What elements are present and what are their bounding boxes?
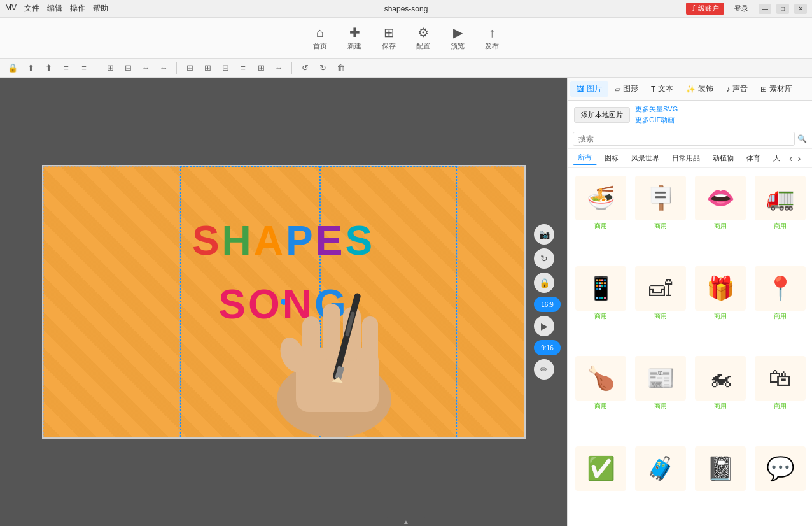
align-center-icon[interactable]: ⬆ (41, 60, 56, 76)
shape-tab-label: 图形 (623, 83, 638, 94)
align-top-icon[interactable]: ⬆ (23, 60, 38, 76)
main-toolbar: ⌂ 首页 ✚ 新建 ⊞ 保存 ⚙ 配置 ▶ 预览 ↑ 发布 (0, 18, 812, 59)
cat-daily[interactable]: 日常用品 (667, 152, 705, 164)
crop-icon[interactable]: ⊞ (182, 60, 197, 76)
cat-landscape[interactable]: 风景世界 (626, 152, 664, 164)
label-3: 3(自定义) (458, 165, 497, 166)
flip-icon[interactable]: ↔ (138, 60, 153, 76)
shape-tab-icon: ▱ (615, 85, 620, 94)
collapse-timeline-button[interactable]: ▲ (387, 516, 425, 526)
sub-toolbar: 🔒 ⬆ ⬆ ≡ ≡ ⊞ ⊟ ↔ ↔ ⊞ ⊞ ⊟ ≡ ⊞ ↔ ↺ ↻ 🗑 (0, 59, 812, 78)
menu-mv[interactable]: MV (5, 3, 17, 14)
close-button[interactable]: ✕ (794, 4, 807, 14)
tab-decor[interactable]: ✨ 装饰 (680, 81, 720, 97)
menu-file[interactable]: 文件 (24, 3, 39, 14)
move-forward-icon[interactable]: ↔ (271, 60, 286, 76)
panel-tabs: 🖼 图片 ▱ 图形 T 文本 ✨ 装饰 ♪ 声音 ⊞ 素材库 (568, 78, 812, 101)
canvas-wrapper: 默认 1(自定义) 2(自定义) 3(自定义) SHAPES S (0, 78, 567, 526)
toolbar-save[interactable]: ⊞ 保存 (382, 25, 396, 51)
align-left-icon[interactable]: ≡ (59, 60, 74, 76)
image-item-bubble[interactable]: 💬 (752, 444, 808, 522)
canvas[interactable]: 默认 1(自定义) 2(自定义) 3(自定义) SHAPES S (42, 165, 526, 439)
login-button[interactable]: 登录 (729, 3, 753, 15)
moto-label: 商用 (714, 402, 727, 411)
image-item-lips[interactable]: 👄 商用 (692, 173, 748, 260)
tab-shape[interactable]: ▱ 图形 (608, 81, 645, 97)
text-icon[interactable]: ≡ (235, 60, 251, 76)
letter-h: H (222, 218, 254, 264)
maximize-button[interactable]: □ (776, 4, 789, 14)
image-item-chicken[interactable]: 🍗 商用 (573, 353, 629, 440)
tab-sound[interactable]: ♪ 声音 (720, 81, 754, 97)
toolbar-home[interactable]: ⌂ 首页 (313, 25, 327, 51)
lips-label: 商用 (714, 222, 727, 231)
anim-icon[interactable]: ⊞ (253, 60, 269, 76)
cat-nature[interactable]: 动植物 (708, 152, 739, 164)
brush-button[interactable]: ✏ (534, 359, 554, 380)
toolbar-publish[interactable]: ↑ 发布 (485, 25, 499, 51)
decor-tab-icon: ✨ (686, 85, 696, 94)
cat-people[interactable]: 人 (768, 152, 785, 164)
expand-right-button[interactable]: ▶ (534, 316, 554, 336)
distribute-h-icon[interactable]: ⊞ (102, 60, 118, 76)
sound-tab-icon: ♪ (726, 85, 730, 94)
cat-next-icon[interactable]: › (796, 153, 802, 164)
camera-button[interactable]: 📷 (534, 224, 554, 245)
toolbar-preview[interactable]: ▶ 预览 (451, 25, 465, 51)
menu-action[interactable]: 操作 (70, 3, 85, 14)
image-item-sign[interactable]: 🪧 商用 (633, 173, 689, 260)
menu-help[interactable]: 帮助 (93, 3, 108, 14)
toolbar-config-label: 配置 (416, 41, 430, 51)
cat-all[interactable]: 所有 (573, 152, 597, 165)
delete-icon[interactable]: 🗑 (333, 60, 348, 76)
upgrade-button[interactable]: 升级账户 (686, 3, 724, 15)
more-gif-link[interactable]: 更多GIF动画 (635, 115, 678, 125)
tab-assets[interactable]: ⊞ 素材库 (754, 81, 799, 97)
image-item-sofa[interactable]: 🛋 商用 (633, 264, 689, 350)
minimize-button[interactable]: — (759, 4, 771, 14)
image-item-notebook[interactable]: 📓 (692, 444, 748, 522)
label-default: 默认 (44, 165, 69, 166)
search-input[interactable] (573, 132, 795, 146)
distribute-v-icon[interactable]: ⊟ (120, 60, 136, 76)
rotate-icon[interactable]: ↔ (156, 60, 171, 76)
menu-edit[interactable]: 编辑 (47, 3, 62, 14)
gift-thumb: 🎁 (695, 266, 746, 311)
divider-3 (291, 62, 292, 74)
rotate-canvas-button[interactable]: ↻ (534, 248, 554, 269)
tab-text[interactable]: T 文本 (645, 81, 680, 97)
image-item-moto[interactable]: 🏍 商用 (692, 353, 748, 440)
more-svg-link[interactable]: 更多矢量SVG (635, 104, 678, 114)
image-item-phone[interactable]: 📱 商用 (573, 264, 629, 350)
noodles-thumb: 🍜 (575, 176, 626, 220)
image-item-luggage[interactable]: 🧳 (633, 444, 689, 522)
image-item-bag[interactable]: 🛍 商用 (752, 353, 808, 440)
align-right-icon[interactable]: ≡ (76, 60, 92, 76)
image-item-gift[interactable]: 🎁 商用 (692, 264, 748, 350)
letter-s: S (192, 218, 222, 264)
add-local-button[interactable]: 添加本地图片 (574, 107, 630, 123)
cat-icon[interactable]: 图标 (599, 152, 624, 164)
divider-2 (176, 62, 177, 74)
image-item-noodles[interactable]: 🍜 商用 (573, 173, 629, 260)
lock-canvas-button[interactable]: 🔒 (534, 273, 554, 293)
toolbar-config[interactable]: ⚙ 配置 (416, 25, 430, 51)
cat-prev-icon[interactable]: ‹ (788, 153, 794, 164)
chicken-thumb: 🍗 (575, 356, 626, 401)
toolbar-new[interactable]: ✚ 新建 (347, 25, 361, 51)
mask-icon[interactable]: ⊞ (200, 60, 215, 76)
image-item-truck[interactable]: 🚛 商用 (752, 173, 808, 260)
ratio-16-9-button[interactable]: 16:9 (534, 297, 561, 312)
effects-icon[interactable]: ⊟ (218, 60, 233, 76)
save-icon: ⊞ (384, 25, 395, 40)
redo-icon[interactable]: ↻ (315, 60, 330, 76)
lock-icon[interactable]: 🔒 (5, 60, 20, 76)
image-item-check[interactable]: ✅ (573, 444, 629, 522)
image-item-news[interactable]: 📰 商用 (633, 353, 689, 440)
lips-thumb: 👄 (695, 176, 746, 220)
cat-sports[interactable]: 体育 (741, 152, 766, 164)
undo-icon[interactable]: ↺ (297, 60, 312, 76)
image-item-pin[interactable]: 📍 商用 (752, 264, 808, 350)
ratio-9-16-button[interactable]: 9:16 (534, 340, 561, 355)
tab-image[interactable]: 🖼 图片 (570, 81, 608, 97)
